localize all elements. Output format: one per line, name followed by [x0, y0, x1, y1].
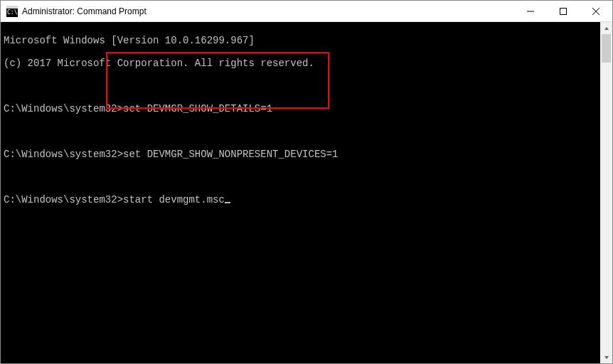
- svg-text:C:\: C:\: [7, 9, 18, 16]
- terminal-line: Microsoft Windows [Version 10.0.16299.96…: [4, 35, 597, 46]
- svg-marker-7: [604, 27, 609, 30]
- command: set DEVMGR_SHOW_DETAILS=1: [123, 103, 272, 114]
- svg-rect-4: [560, 8, 567, 14]
- terminal-line: C:\Windows\system32>set DEVMGR_SHOW_DETA…: [4, 103, 597, 114]
- scroll-thumb[interactable]: [602, 34, 611, 63]
- vertical-scrollbar[interactable]: [600, 22, 612, 363]
- prompt: C:\Windows\system32>: [4, 194, 123, 205]
- titlebar: C:\ Administrator: Command Prompt: [1, 1, 612, 22]
- scroll-up-button[interactable]: [600, 22, 612, 34]
- close-button[interactable]: [580, 1, 612, 22]
- cursor: [225, 202, 230, 203]
- prompt: C:\Windows\system32>: [4, 149, 123, 160]
- minimize-button[interactable]: [514, 1, 547, 22]
- svg-marker-8: [604, 356, 609, 359]
- scroll-down-button[interactable]: [600, 351, 612, 363]
- maximize-button[interactable]: [547, 1, 580, 22]
- client-area: Microsoft Windows [Version 10.0.16299.96…: [1, 22, 612, 363]
- window-title: Administrator: Command Prompt: [22, 6, 146, 16]
- terminal-line: [4, 171, 597, 183]
- command: set DEVMGR_SHOW_NONPRESENT_DEVICES=1: [123, 149, 338, 160]
- terminal-line: [4, 80, 597, 92]
- svg-rect-1: [6, 6, 18, 9]
- command: start devmgmt.msc: [123, 194, 225, 205]
- terminal-line: C:\Windows\system32>start devmgmt.msc: [4, 194, 597, 205]
- terminal[interactable]: Microsoft Windows [Version 10.0.16299.96…: [1, 22, 600, 363]
- prompt: C:\Windows\system32>: [4, 103, 123, 114]
- terminal-line: (c) 2017 Microsoft Corporation. All righ…: [4, 58, 597, 69]
- terminal-line: C:\Windows\system32>set DEVMGR_SHOW_NONP…: [4, 149, 597, 160]
- terminal-line: [4, 126, 597, 137]
- cmd-icon: C:\: [6, 6, 18, 17]
